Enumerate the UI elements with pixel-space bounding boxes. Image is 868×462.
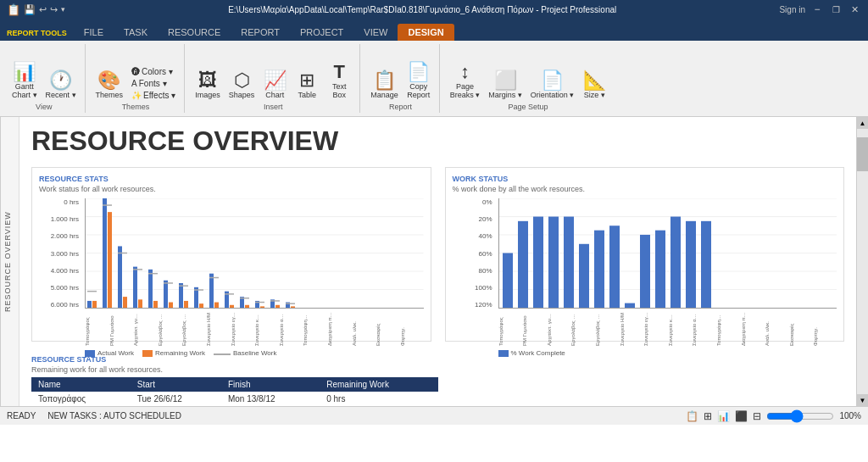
status-icon-1[interactable]: 📋 <box>686 410 698 422</box>
svg-rect-66 <box>686 221 696 308</box>
manage-btn[interactable]: 📋 Manage <box>367 70 402 101</box>
ribbon-tab-report-tools: REPORT TOOLS <box>7 29 74 41</box>
svg-rect-12 <box>118 246 122 308</box>
table-btn[interactable]: ⊞ Table <box>292 70 322 101</box>
svg-rect-61 <box>609 225 620 308</box>
resource-status-subtitle: Remaining work for all work resources. <box>31 365 844 374</box>
app-icon: 📋 <box>7 3 20 16</box>
ribbon-group-report: 📋 Manage 📄 CopyReport Report <box>362 44 440 113</box>
work-status-subtitle: % work done by all the work resources. <box>453 185 837 193</box>
ribbon-group-insert: 🖼 Images ⬡ Shapes 📈 Chart ⊞ Table T Text… <box>186 44 360 113</box>
gantt-chart-btn[interactable]: 📊 GanttChart ▾ <box>8 61 41 101</box>
effects-btn[interactable]: ✨ Effects ▾ <box>128 90 179 101</box>
svg-rect-31 <box>214 303 219 308</box>
status-x-label-row: Τοπογράφος PM Γυμνάσιο Αρχιτέκτ. γυμνάσι… <box>498 312 837 346</box>
svg-rect-62 <box>625 303 635 308</box>
chart-btn[interactable]: 📈 Chart <box>259 70 290 101</box>
images-icon: 🖼 <box>198 71 217 90</box>
resource-stats-section: RESOURCE STATS Work status for all work … <box>31 167 431 342</box>
fonts-btn[interactable]: A Fonts ▾ <box>128 78 179 89</box>
margins-icon: ⬜ <box>494 71 517 90</box>
legend-remaining-color <box>142 350 153 357</box>
svg-rect-54 <box>503 253 513 309</box>
stats-chart-svg <box>86 198 424 308</box>
svg-rect-56 <box>533 217 543 308</box>
resource-status-section: RESOURCE STATUS Remaining work for all w… <box>31 355 844 406</box>
images-btn[interactable]: 🖼 Images <box>192 70 224 101</box>
status-icon-2[interactable]: ⊞ <box>704 410 712 422</box>
row1-start: Tue 26/6/12 <box>131 392 221 406</box>
window-title: E:\Users\Μαρία\AppData\Local\Temp\Rar$DI… <box>65 5 779 14</box>
row1-finish: Mon 13/8/12 <box>221 392 320 406</box>
signin-label[interactable]: Sign in <box>779 5 805 14</box>
quick-save[interactable]: 💾 <box>24 4 36 15</box>
svg-rect-63 <box>640 235 650 308</box>
row1-name: Τοπογράφος <box>31 392 131 406</box>
svg-rect-13 <box>123 297 127 308</box>
page-title: RESOURCE OVERVIEW <box>31 125 844 157</box>
stats-y-axis: 6.000 hrs 5.000 hrs 4.000 hrs 3.000 hrs … <box>39 198 81 309</box>
minimize-btn[interactable]: − <box>810 3 824 15</box>
size-btn[interactable]: 📐 Size ▾ <box>579 70 609 101</box>
svg-rect-9 <box>103 198 107 308</box>
tab-task[interactable]: TASK <box>114 24 158 41</box>
resource-stats-bar-chart <box>85 198 424 309</box>
recent-btn[interactable]: 🕐 Recent ▾ <box>42 70 80 101</box>
quick-redo[interactable]: ↪ <box>50 4 58 15</box>
svg-rect-58 <box>564 217 574 308</box>
scroll-down-btn[interactable]: ▼ <box>857 394 869 406</box>
colors-btn[interactable]: 🅐 Colors ▾ <box>128 66 179 77</box>
svg-rect-64 <box>655 231 665 308</box>
shapes-btn[interactable]: ⬡ Shapes <box>225 70 259 101</box>
tab-resource[interactable]: RESOURCE <box>158 24 231 41</box>
textbox-btn[interactable]: T TextBox <box>324 61 354 101</box>
scroll-up-btn[interactable]: ▲ <box>857 117 869 129</box>
status-icon-5[interactable]: ⊟ <box>753 410 761 422</box>
legend-pct-label: % Work Complete <box>511 349 565 357</box>
legend-actual: Actual Work <box>85 349 134 357</box>
table-icon: ⊞ <box>299 71 314 90</box>
quick-undo[interactable]: ↩ <box>39 4 47 15</box>
zoom-slider[interactable] <box>766 411 834 421</box>
content-area[interactable]: RESOURCE OVERVIEW RESOURCE STATS Work st… <box>19 117 856 406</box>
legend-baseline-color <box>214 353 231 355</box>
legend-baseline-label: Baseline Work <box>233 349 276 357</box>
tab-file[interactable]: FILE <box>74 24 114 41</box>
status-icon-4[interactable]: ⬛ <box>735 410 748 422</box>
margins-btn[interactable]: ⬜ Margins ▾ <box>485 70 526 101</box>
close-btn[interactable]: ✕ <box>848 4 861 15</box>
tab-view[interactable]: VIEW <box>353 24 398 41</box>
themes-group-label: Themes <box>122 103 150 111</box>
page-breaks-icon: ↕ <box>460 63 470 81</box>
svg-rect-30 <box>209 274 214 308</box>
resource-stats-chart: 6.000 hrs 5.000 hrs 4.000 hrs 3.000 hrs … <box>39 198 424 334</box>
svg-rect-55 <box>518 221 528 308</box>
scroll-track[interactable] <box>857 129 868 394</box>
col-start: Start <box>131 377 221 392</box>
gantt-icon: 📊 <box>13 63 36 81</box>
resource-stats-title: RESOURCE STATS <box>39 175 424 183</box>
svg-rect-60 <box>594 231 604 308</box>
legend-pct-color <box>498 350 509 357</box>
work-status-bar-chart <box>498 198 837 309</box>
svg-rect-28 <box>199 303 203 308</box>
copy-report-btn[interactable]: 📄 CopyReport <box>403 61 434 101</box>
page-breaks-btn[interactable]: ↕ PageBreaks ▾ <box>447 61 484 101</box>
tab-project[interactable]: PROJECT <box>290 24 353 41</box>
shapes-icon: ⬡ <box>234 71 250 90</box>
stats-x-labels: Τοπογράφος PM Γυμνάσιο Αρχιτέκτ. γυμνάσι… <box>39 312 424 346</box>
tab-report[interactable]: REPORT <box>231 24 290 41</box>
restore-btn[interactable]: ❐ <box>829 5 843 14</box>
row1-remaining: 0 hrs <box>320 392 437 406</box>
work-status-chart: 120% 100% 80% 60% 40% 20% 0% <box>453 198 837 334</box>
scroll-thumb[interactable] <box>857 137 868 171</box>
svg-rect-40 <box>260 306 264 308</box>
colors-icon: 🅐 <box>131 67 140 76</box>
svg-rect-6 <box>87 301 92 308</box>
themes-btn[interactable]: 🎨 Themes <box>92 70 127 101</box>
orientation-btn[interactable]: 📄 Orientation ▾ <box>527 70 578 101</box>
tab-design[interactable]: DESIGN <box>398 24 453 41</box>
charts-row: RESOURCE STATS Work status for all work … <box>31 167 844 342</box>
status-icon-3[interactable]: 📊 <box>717 410 730 422</box>
scrollbar-right[interactable]: ▲ ▼ <box>856 117 868 406</box>
